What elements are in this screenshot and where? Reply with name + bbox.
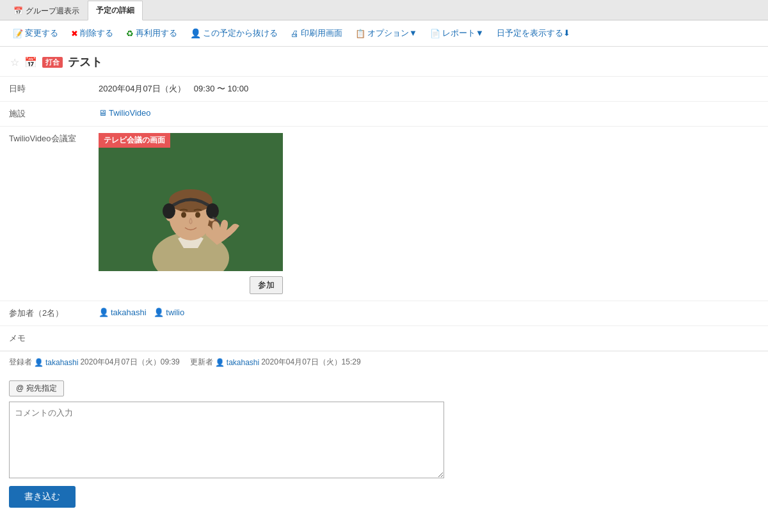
memo-value xyxy=(90,326,768,351)
video-badge: テレビ会議の画面 xyxy=(99,133,170,148)
comment-section: @ 宛先指定 書き込む xyxy=(0,373,768,515)
detail-table: 日時 2020年04月07日（火） 09:30 〜 10:00 施設 🖥 Twi… xyxy=(0,77,768,351)
tab-schedule-detail-label: 予定の詳細 xyxy=(96,5,134,16)
event-type-badge: 打合 xyxy=(42,57,63,68)
event-title: テスト xyxy=(68,54,102,70)
tab-schedule-detail[interactable]: 予定の詳細 xyxy=(88,1,143,20)
edit-button[interactable]: 📝 変更する xyxy=(8,26,63,41)
page-title-area: ☆ 📅 打合 テスト xyxy=(0,47,768,77)
video-area: テレビ会議の画面 xyxy=(99,133,283,294)
comment-textarea[interactable] xyxy=(9,402,444,478)
registrant-icon: 👤 xyxy=(34,358,44,367)
registrant-info: 登録者 👤 takahashi 2020年04月07日（火）09:39 xyxy=(9,357,180,368)
facility-row: 施設 🖥 TwilioVideo xyxy=(0,102,768,127)
calendar-event-icon: 📅 xyxy=(24,56,37,68)
svg-point-12 xyxy=(195,212,200,218)
memo-label: メモ xyxy=(0,326,90,351)
delete-button[interactable]: ✖ 削除する xyxy=(66,26,118,41)
toolbar: 📝 変更する ✖ 削除する ♻ 再利用する 👤 この予定から抜ける 🖨 印刷用画… xyxy=(0,20,768,47)
print-icon: 🖨 xyxy=(291,29,299,38)
footer-info: 登録者 👤 takahashi 2020年04月07日（火）09:39 更新者 … xyxy=(0,351,768,373)
report-button[interactable]: 📄 レポート▼ xyxy=(425,26,489,41)
updater-icon: 👤 xyxy=(215,358,225,367)
calendar-tab-icon: 📅 xyxy=(13,6,23,15)
leave-icon: 👤 xyxy=(190,28,201,38)
participants-row: 参加者（2名） 👤 takahashi 👤 twilio xyxy=(0,301,768,326)
main-content: 📝 変更する ✖ 削除する ♻ 再利用する 👤 この予定から抜ける 🖨 印刷用画… xyxy=(0,20,768,532)
tab-group-week-label: グループ週表示 xyxy=(26,6,79,17)
delete-icon: ✖ xyxy=(71,29,78,38)
report-icon: 📄 xyxy=(430,29,440,38)
svg-point-11 xyxy=(181,212,186,218)
participant-takahashi[interactable]: 👤 takahashi xyxy=(99,308,147,317)
show-schedule-label: 日予定を表示する⬇ xyxy=(497,27,570,39)
tab-bar: 📅 グループ週表示 予定の詳細 xyxy=(0,0,768,20)
facility-link[interactable]: 🖥 TwilioVideo xyxy=(99,108,151,118)
updater-link[interactable]: takahashi xyxy=(227,358,259,367)
print-button[interactable]: 🖨 印刷用画面 xyxy=(285,26,348,41)
reuse-button[interactable]: ♻ 再利用する xyxy=(121,26,182,41)
edit-icon: 📝 xyxy=(13,29,23,38)
svg-point-8 xyxy=(163,203,175,219)
video-label: TwilioVideo会議室 xyxy=(0,127,90,301)
submit-button[interactable]: 書き込む xyxy=(9,486,76,508)
reuse-icon: ♻ xyxy=(126,29,134,38)
registrant-link[interactable]: takahashi xyxy=(45,358,78,367)
datetime-row: 日時 2020年04月07日（火） 09:30 〜 10:00 xyxy=(0,77,768,102)
video-row: TwilioVideo会議室 テレビ会議の画面 xyxy=(0,127,768,301)
datetime-value: 2020年04月07日（火） 09:30 〜 10:00 xyxy=(90,77,768,102)
participant1-icon: 👤 xyxy=(99,308,109,317)
datetime-label: 日時 xyxy=(0,77,90,102)
video-illustration xyxy=(99,133,283,271)
updater-info: 更新者 👤 takahashi 2020年04月07日（火）15:29 xyxy=(190,357,361,368)
participants-label: 参加者（2名） xyxy=(0,301,90,326)
facility-link-icon: 🖥 xyxy=(99,108,107,118)
svg-point-9 xyxy=(206,203,219,219)
facility-label: 施設 xyxy=(0,102,90,127)
options-button[interactable]: 📋 オプション▼ xyxy=(350,26,422,41)
star-icon[interactable]: ☆ xyxy=(10,56,19,68)
participant2-icon: 👤 xyxy=(154,308,164,317)
leave-button[interactable]: 👤 この予定から抜ける xyxy=(185,26,283,41)
participant-twilio[interactable]: 👤 twilio xyxy=(154,308,184,317)
memo-row: メモ xyxy=(0,326,768,351)
mention-button[interactable]: @ 宛先指定 xyxy=(9,380,64,396)
show-schedule-button[interactable]: 日予定を表示する⬇ xyxy=(492,26,575,41)
video-thumbnail xyxy=(99,133,283,271)
options-icon: 📋 xyxy=(355,29,365,38)
tab-group-week[interactable]: 📅 グループ週表示 xyxy=(5,1,88,20)
join-button[interactable]: 参加 xyxy=(250,276,283,294)
